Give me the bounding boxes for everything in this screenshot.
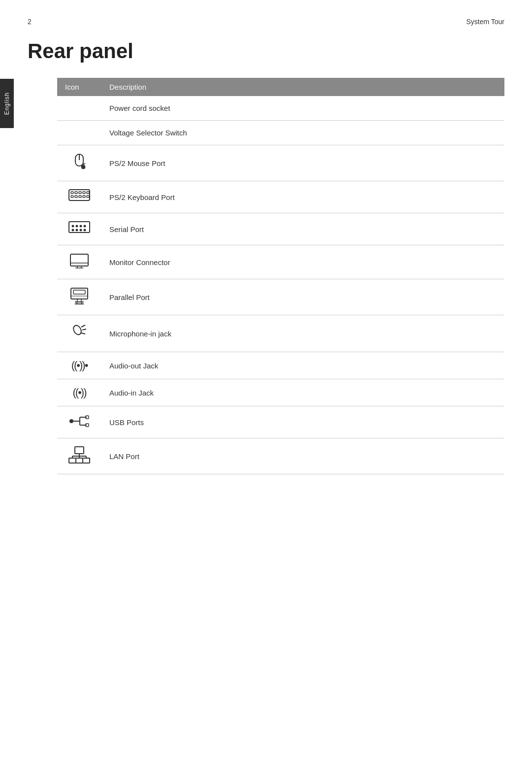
svg-rect-9 (83, 192, 85, 194)
desc-cell-0: Power cord socket (101, 96, 504, 121)
svg-rect-47 (75, 447, 84, 454)
svg-rect-53 (69, 458, 76, 463)
table-row: PS/2 Mouse Port (57, 145, 504, 181)
svg-point-2 (81, 165, 85, 169)
svg-rect-10 (71, 196, 73, 198)
svg-point-39 (72, 324, 83, 336)
desc-cell-1: Voltage Selector Switch (101, 121, 504, 145)
table-row: ((•))•Audio-out Jack (57, 352, 504, 379)
desc-cell-7: Microphone-in jack (101, 315, 504, 352)
svg-point-40 (69, 419, 73, 423)
icon-cell-1 (57, 121, 101, 145)
table-row: ((•))Audio-in Jack (57, 379, 504, 406)
desc-cell-6: Parallel Port (101, 279, 504, 315)
table-row: PS/2 Keyboard Port (57, 181, 504, 213)
table-row: Parallel Port (57, 279, 504, 315)
table-row: USB Ports (57, 406, 504, 438)
svg-rect-14 (87, 192, 89, 194)
table-row: Microphone-in jack (57, 315, 504, 352)
svg-rect-55 (83, 458, 90, 463)
sidebar-language-label: English (3, 92, 10, 115)
icon-cell-serial (57, 213, 101, 245)
icon-cell-lan (57, 438, 101, 474)
svg-rect-6 (71, 192, 73, 194)
icon-cell-parallel (57, 279, 101, 315)
svg-rect-32 (73, 290, 85, 294)
svg-rect-12 (79, 196, 81, 198)
desc-cell-8: Audio-out Jack (101, 352, 504, 379)
table-row: Serial Port (57, 213, 504, 245)
section-title: System Tour (466, 18, 504, 26)
svg-rect-8 (79, 192, 81, 194)
svg-point-21 (72, 229, 74, 232)
sidebar-language-tab: English (0, 79, 14, 128)
svg-rect-54 (76, 458, 83, 463)
desc-cell-9: Audio-in Jack (101, 379, 504, 406)
desc-cell-4: Serial Port (101, 213, 504, 245)
svg-point-24 (84, 229, 86, 232)
icon-cell-mouse (57, 145, 101, 181)
table-row: Monitor Connector (57, 245, 504, 279)
svg-point-18 (76, 225, 78, 228)
header-icon: Icon (57, 78, 101, 96)
svg-point-17 (72, 225, 74, 228)
main-content: Rear panel Icon Description Power cord s… (28, 39, 532, 474)
svg-point-20 (84, 225, 86, 228)
icon-cell-keyboard (57, 181, 101, 213)
icon-cell-usb (57, 406, 101, 438)
icon-cell-0 (57, 96, 101, 121)
desc-cell-2: PS/2 Mouse Port (101, 145, 504, 181)
svg-rect-25 (70, 254, 88, 266)
svg-point-23 (80, 229, 82, 232)
rear-panel-table: Icon Description Power cord socketVoltag… (57, 78, 504, 474)
svg-rect-15 (87, 196, 89, 198)
table-header-row: Icon Description (57, 78, 504, 96)
icon-cell-mic (57, 315, 101, 352)
page-title: Rear panel (28, 39, 504, 63)
table-row: Voltage Selector Switch (57, 121, 504, 145)
page-number: 2 (28, 18, 32, 26)
svg-rect-11 (75, 196, 77, 198)
desc-cell-3: PS/2 Keyboard Port (101, 181, 504, 213)
svg-point-19 (80, 225, 82, 228)
icon-cell-audio-out: ((•))• (57, 352, 101, 379)
icon-cell-monitor (57, 245, 101, 279)
svg-point-22 (76, 229, 78, 232)
desc-cell-10: USB Ports (101, 406, 504, 438)
svg-rect-7 (75, 192, 77, 194)
header-description: Description (101, 78, 504, 96)
icon-cell-audio-in: ((•)) (57, 379, 101, 406)
table-row: LAN Port (57, 438, 504, 474)
svg-rect-13 (83, 196, 85, 198)
desc-cell-5: Monitor Connector (101, 245, 504, 279)
desc-cell-11: LAN Port (101, 438, 504, 474)
table-row: Power cord socket (57, 96, 504, 121)
